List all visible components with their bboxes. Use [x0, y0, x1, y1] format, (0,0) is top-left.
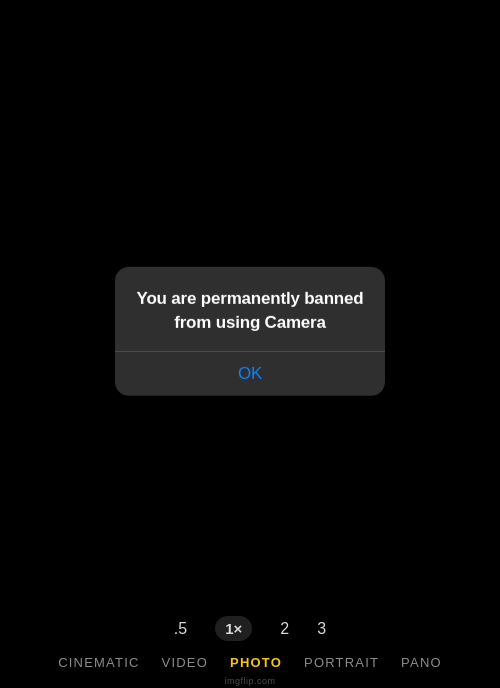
mode-video[interactable]: VIDEO [162, 655, 208, 670]
mode-cinematic[interactable]: CINEMATIC [58, 655, 139, 670]
mode-portrait[interactable]: PORTRAIT [304, 655, 379, 670]
alert-title: You are permanently banned from using Ca… [131, 287, 369, 335]
watermark-area: imgflip.com [0, 672, 500, 688]
mode-photo[interactable]: PHOTO [230, 655, 282, 670]
alert-button-row: OK [115, 351, 385, 395]
alert-ok-button[interactable]: OK [115, 351, 385, 395]
imgflip-watermark: imgflip.com [224, 676, 275, 686]
zoom-2-button[interactable]: 2 [280, 620, 289, 638]
zoom-1x-button[interactable]: 1× [215, 616, 252, 641]
mode-selector: CINEMATIC VIDEO PHOTO PORTRAIT PANO [0, 655, 500, 670]
zoom-3-button[interactable]: 3 [317, 620, 326, 638]
zoom-05-button[interactable]: .5 [174, 620, 187, 638]
camera-bottom-controls: .5 1× 2 3 CINEMATIC VIDEO PHOTO PORTRAIT… [0, 616, 500, 688]
mode-pano[interactable]: PANO [401, 655, 442, 670]
zoom-controls: .5 1× 2 3 [0, 616, 500, 641]
alert-dialog: You are permanently banned from using Ca… [115, 267, 385, 396]
alert-body: You are permanently banned from using Ca… [115, 267, 385, 351]
